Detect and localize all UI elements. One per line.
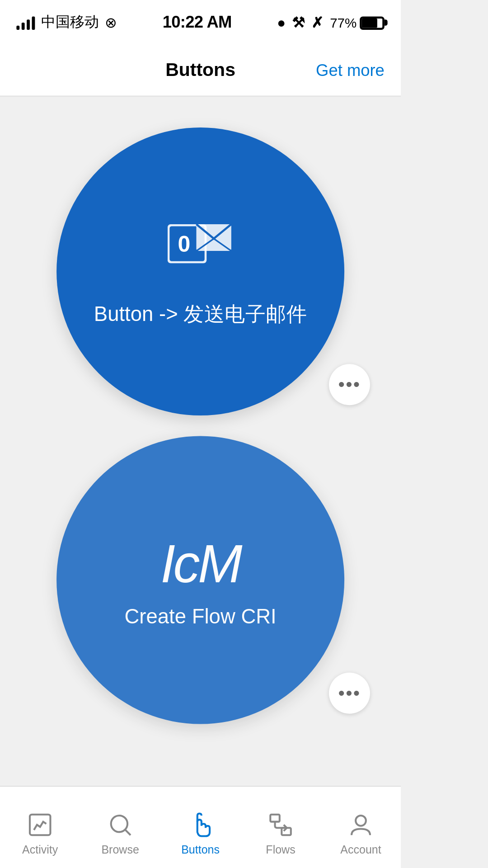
lock-icon: ● xyxy=(277,14,286,31)
activity-icon xyxy=(26,810,55,839)
svg-point-13 xyxy=(356,815,366,826)
icm-button-label: Create Flow CRI xyxy=(104,604,297,627)
alarm-icon: ⚒ xyxy=(292,14,305,31)
battery-percentage: 77% xyxy=(330,15,357,30)
svg-point-8 xyxy=(111,815,127,831)
nav-item-activity[interactable]: Activity xyxy=(0,800,80,855)
main-content: 0 Button -> 发送电子邮件 ••• IcM Create Flow C… xyxy=(0,97,401,786)
buttons-icon xyxy=(186,810,215,839)
status-bar: 中国移动 ⊗ 10:22 AM ● ⚒ ✗ 77% xyxy=(0,0,401,45)
battery-indicator: 77% xyxy=(330,15,385,30)
nav-label-flows: Flows xyxy=(266,843,295,855)
browse-icon xyxy=(106,810,135,839)
icm-button[interactable]: IcM Create Flow CRI xyxy=(56,436,344,724)
account-icon xyxy=(347,810,375,839)
flows-icon xyxy=(266,810,295,839)
nav-item-buttons[interactable]: Buttons xyxy=(160,800,240,855)
icm-more-button[interactable]: ••• xyxy=(329,673,370,714)
battery-icon xyxy=(360,16,385,29)
outlook-icon: 0 xyxy=(167,216,234,280)
status-time: 10:22 AM xyxy=(163,14,232,32)
header: Buttons Get more xyxy=(0,45,401,97)
nav-item-flows[interactable]: Flows xyxy=(240,800,320,855)
outlook-button-label: Button -> 发送电子邮件 xyxy=(73,300,328,327)
bottom-nav: Activity Browse Buttons xyxy=(0,786,401,868)
get-more-button[interactable]: Get more xyxy=(316,61,385,80)
outlook-button[interactable]: 0 Button -> 发送电子邮件 xyxy=(56,127,344,415)
nav-label-browse: Browse xyxy=(101,843,139,855)
svg-line-9 xyxy=(126,830,131,835)
status-right: ● ⚒ ✗ 77% xyxy=(277,14,385,31)
svg-rect-11 xyxy=(270,814,279,821)
nav-item-account[interactable]: Account xyxy=(321,800,401,855)
svg-text:0: 0 xyxy=(177,231,190,257)
nav-label-activity: Activity xyxy=(22,843,58,855)
status-left: 中国移动 ⊗ xyxy=(16,14,117,32)
signal-bars xyxy=(16,15,35,30)
page-title: Buttons xyxy=(165,60,235,81)
carrier-label: 中国移动 xyxy=(41,14,99,32)
button-card-outlook: 0 Button -> 发送电子邮件 ••• xyxy=(20,127,380,415)
nav-label-account: Account xyxy=(340,843,381,855)
bluetooth-icon: ✗ xyxy=(311,14,324,31)
button-card-icm: IcM Create Flow CRI ••• xyxy=(20,436,380,724)
svg-rect-7 xyxy=(30,814,50,835)
icm-icon-text: IcM xyxy=(160,532,240,594)
wifi-icon: ⊗ xyxy=(105,14,117,31)
nav-item-browse[interactable]: Browse xyxy=(80,800,160,855)
nav-label-buttons: Buttons xyxy=(181,843,220,855)
outlook-more-button[interactable]: ••• xyxy=(329,364,370,405)
